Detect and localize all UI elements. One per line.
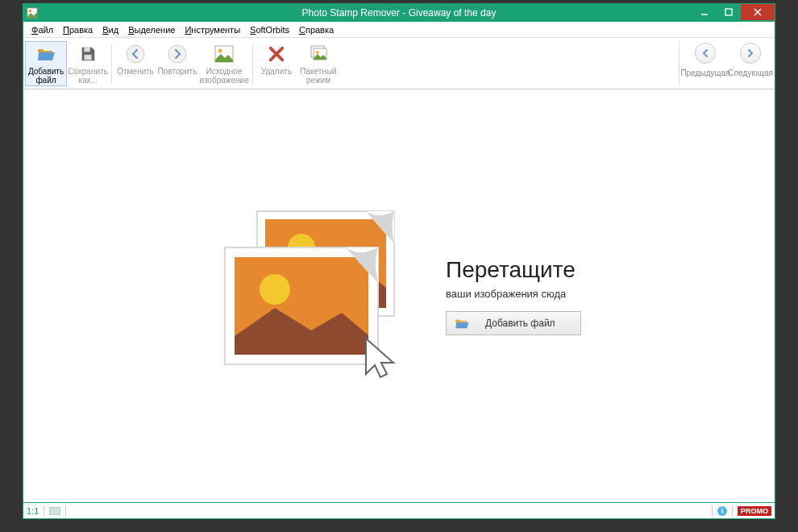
svg-point-8 — [127, 45, 144, 63]
menu-edit[interactable]: Правка — [58, 23, 98, 36]
delete-x-icon — [266, 44, 287, 64]
svg-point-16 — [316, 51, 319, 54]
menu-help[interactable]: Справка — [294, 23, 339, 36]
menu-file[interactable]: Файл — [27, 23, 58, 36]
svg-point-11 — [218, 49, 222, 53]
menu-help-key: С — [299, 25, 305, 35]
promo-badge[interactable]: PROMO — [738, 506, 771, 516]
svg-rect-7 — [84, 55, 91, 60]
menu-selection-key: В — [128, 25, 134, 35]
menu-selection[interactable]: Выделение — [123, 23, 180, 36]
status-divider — [732, 505, 733, 517]
delete-button[interactable]: Удалить — [256, 41, 297, 86]
image-icon — [214, 44, 235, 64]
redo-button[interactable]: Повторить — [156, 41, 198, 86]
drop-zone: Перетащите ваши изображения сюда Добавит… — [217, 203, 581, 389]
menu-view[interactable]: Вид — [98, 23, 123, 36]
image-small-icon — [49, 507, 60, 515]
app-window: Photo Stamp Remover - Giveaway of the da… — [23, 3, 775, 519]
next-label: Следующая — [728, 69, 773, 77]
save-icon — [77, 44, 98, 64]
status-left: 1:1 — [27, 505, 66, 517]
prev-label: Предыдущая — [680, 69, 729, 77]
menu-softorbits[interactable]: SoftOrbits — [245, 23, 294, 36]
original-image-button[interactable]: Исходное изображение — [198, 41, 250, 86]
drop-add-file-button[interactable]: Добавить файл — [446, 311, 581, 335]
zoom-indicator[interactable]: 1:1 — [27, 506, 39, 516]
menu-view-key: В — [102, 25, 108, 35]
close-button[interactable] — [741, 4, 775, 20]
save-as-label: Сохранить как... — [68, 67, 108, 85]
drop-heading: Перетащите — [446, 257, 581, 283]
svg-point-1 — [29, 10, 32, 13]
drop-add-file-label: Добавить файл — [485, 318, 555, 329]
folder-open-icon — [455, 318, 469, 329]
menu-bar: Файл Правка Вид Выделение Инструменты So… — [23, 22, 775, 38]
toolbar-edit-group: Отменить Повторить Исходное изображение — [114, 41, 250, 86]
svg-point-22 — [260, 274, 290, 305]
prev-image-button[interactable]: Предыдущая — [683, 41, 728, 86]
status-bar: 1:1 i PROMO — [23, 502, 775, 518]
status-divider — [65, 505, 66, 517]
toolbar-separator — [252, 44, 253, 85]
title-bar: Photo Stamp Remover - Giveaway of the da… — [23, 4, 775, 22]
batch-mode-button[interactable]: Пакетный режим — [297, 41, 339, 86]
drop-text: Перетащите ваши изображения сюда Добавит… — [446, 257, 581, 335]
toolbar-action-group: Удалить Пакетный режим — [256, 41, 339, 86]
arrow-left-icon — [125, 44, 146, 64]
arrow-right-icon — [167, 44, 188, 64]
svg-rect-3 — [725, 9, 732, 15]
window-controls — [692, 4, 775, 22]
toolbar: Добавить файл Сохранить как... Отменить — [23, 38, 775, 89]
menu-tools[interactable]: Инструменты — [180, 23, 245, 36]
next-image-button[interactable]: Следующая — [728, 41, 773, 86]
add-file-label: Добавить файл — [26, 67, 66, 85]
drop-illustration-icon — [217, 203, 426, 389]
batch-mode-label: Пакетный режим — [298, 67, 339, 85]
toolbar-file-group: Добавить файл Сохранить как... — [25, 41, 109, 86]
undo-label: Отменить — [117, 67, 154, 76]
toolbar-nav-group: Предыдущая Следующая — [679, 41, 773, 86]
undo-button[interactable]: Отменить — [114, 41, 156, 86]
svg-point-9 — [168, 45, 186, 63]
original-image-label: Исходное изображение — [199, 67, 249, 85]
maximize-button[interactable] — [717, 4, 741, 20]
status-right: i PROMO — [712, 505, 771, 517]
chevron-right-icon — [740, 43, 761, 64]
status-divider — [712, 505, 713, 517]
window-title: Photo Stamp Remover - Giveaway of the da… — [302, 7, 497, 19]
save-as-button[interactable]: Сохранить как... — [67, 41, 109, 86]
chevron-left-icon — [695, 43, 716, 64]
add-file-button[interactable]: Добавить файл — [25, 41, 67, 86]
drop-subheading: ваши изображения сюда — [446, 288, 581, 300]
minimize-button[interactable] — [692, 4, 717, 20]
status-divider — [44, 505, 44, 517]
app-icon — [27, 7, 38, 19]
svg-rect-23 — [49, 507, 60, 515]
folder-open-icon — [35, 44, 56, 64]
main-canvas[interactable]: Перетащите ваши изображения сюда Добавит… — [23, 89, 775, 502]
batch-icon — [308, 44, 329, 64]
redo-label: Повторить — [158, 67, 197, 76]
svg-rect-6 — [84, 48, 89, 52]
toolbar-separator — [111, 44, 112, 85]
delete-label: Удалить — [261, 67, 292, 76]
info-icon[interactable]: i — [717, 506, 727, 516]
menu-edit-key: П — [63, 25, 69, 35]
